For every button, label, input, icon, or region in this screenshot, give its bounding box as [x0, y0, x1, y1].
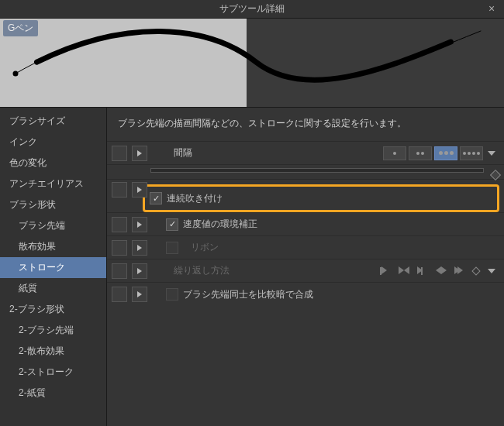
- row-repeat-method: 繰り返し方法: [107, 259, 504, 283]
- sidebar-item-1[interactable]: インク: [0, 132, 106, 153]
- sidebar-item-7[interactable]: ストローク: [0, 257, 106, 278]
- label-repeat-method: 繰り返し方法: [166, 264, 243, 277]
- panel-description: ブラシ先端の描画間隔などの、ストロークに関する設定を行います。: [107, 108, 504, 142]
- checkbox-velocity-correction[interactable]: [166, 218, 178, 231]
- checkbox-ribbon[interactable]: [166, 242, 178, 254]
- sidebar-item-10[interactable]: 2-ブラシ先端: [0, 320, 106, 341]
- stroke-preview: Gペン: [0, 19, 504, 108]
- chevron-down-icon[interactable]: [485, 146, 498, 160]
- expand-button[interactable]: [132, 217, 147, 232]
- sidebar-item-4[interactable]: ブラシ形状: [0, 194, 106, 215]
- eyedrop-toggle[interactable]: [112, 287, 127, 302]
- repeat-opt-5[interactable]: [454, 266, 467, 277]
- label-velocity-correction: 速度値の環境補正: [183, 218, 257, 231]
- spacing-preset-3[interactable]: [434, 146, 457, 160]
- repeat-opt-4[interactable]: [436, 266, 448, 277]
- checkbox-continuous-spray[interactable]: [150, 192, 162, 204]
- highlight-continuous-spray: 連続吹き付け: [143, 184, 499, 212]
- sidebar-item-8[interactable]: 紙質: [0, 278, 106, 299]
- label-compare-dark: ブラシ先端同士を比較暗で合成: [183, 288, 313, 301]
- dynamics-toggle[interactable]: [471, 266, 480, 275]
- row-spacing: 間隔: [107, 142, 504, 165]
- label-spacing: 間隔: [166, 146, 243, 160]
- sidebar-item-9[interactable]: 2-ブラシ形状: [0, 299, 106, 320]
- settings-panel: ブラシ先端の描画間隔などの、ストロークに関する設定を行います。 間隔: [107, 108, 504, 426]
- play-icon: [137, 187, 142, 193]
- sidebar-item-3[interactable]: アンチエイリアス: [0, 173, 106, 194]
- spacing-slider[interactable]: [150, 168, 484, 173]
- expand-button[interactable]: [132, 182, 147, 198]
- play-icon: [137, 291, 142, 297]
- brush-stroke-preview: [0, 0, 496, 89]
- expand-button[interactable]: [132, 263, 147, 279]
- sidebar-item-11[interactable]: 2-散布効果: [0, 341, 106, 362]
- spacing-preset-4[interactable]: [460, 146, 483, 160]
- label-continuous-spray: 連続吹き付け: [167, 192, 223, 205]
- play-icon: [137, 150, 142, 156]
- sidebar-item-2[interactable]: 色の変化: [0, 153, 106, 173]
- chevron-down-icon[interactable]: [485, 264, 498, 278]
- row-velocity-correction: 速度値の環境補正: [107, 213, 504, 236]
- eyedrop-toggle[interactable]: [112, 182, 127, 198]
- category-sidebar: ブラシサイズインク色の変化アンチエイリアスブラシ形状ブラシ先端散布効果ストローク…: [0, 108, 107, 426]
- sidebar-item-13[interactable]: 2-紙質: [0, 383, 106, 404]
- dynamics-toggle[interactable]: [490, 170, 501, 180]
- expand-button[interactable]: [132, 287, 147, 302]
- spacing-preset-2[interactable]: [409, 146, 432, 160]
- eyedrop-toggle[interactable]: [112, 263, 127, 279]
- repeat-method-options: [380, 264, 498, 278]
- spacing-preset-1[interactable]: [383, 146, 406, 160]
- spacing-preset-group: [383, 146, 498, 160]
- sidebar-item-5[interactable]: ブラシ先端: [0, 215, 106, 236]
- sidebar-item-6[interactable]: 散布効果: [0, 236, 106, 257]
- expand-button[interactable]: [132, 240, 147, 256]
- repeat-opt-3[interactable]: [417, 266, 430, 277]
- checkbox-compare-dark[interactable]: [166, 288, 178, 301]
- sidebar-item-12[interactable]: 2-ストローク: [0, 362, 106, 383]
- label-ribbon: リボン: [183, 241, 219, 254]
- play-icon: [137, 222, 142, 228]
- row-ribbon: リボン: [107, 236, 504, 259]
- repeat-opt-2[interactable]: [399, 266, 411, 277]
- repeat-opt-1[interactable]: [380, 266, 392, 277]
- sidebar-item-0[interactable]: ブラシサイズ: [0, 111, 106, 132]
- eyedrop-toggle[interactable]: [112, 240, 127, 256]
- row-compare-dark: ブラシ先端同士を比較暗で合成: [107, 283, 504, 306]
- expand-button[interactable]: [132, 146, 147, 161]
- eyedrop-toggle[interactable]: [112, 217, 127, 232]
- play-icon: [137, 245, 142, 251]
- eyedrop-toggle[interactable]: [112, 146, 127, 161]
- play-icon: [137, 268, 142, 274]
